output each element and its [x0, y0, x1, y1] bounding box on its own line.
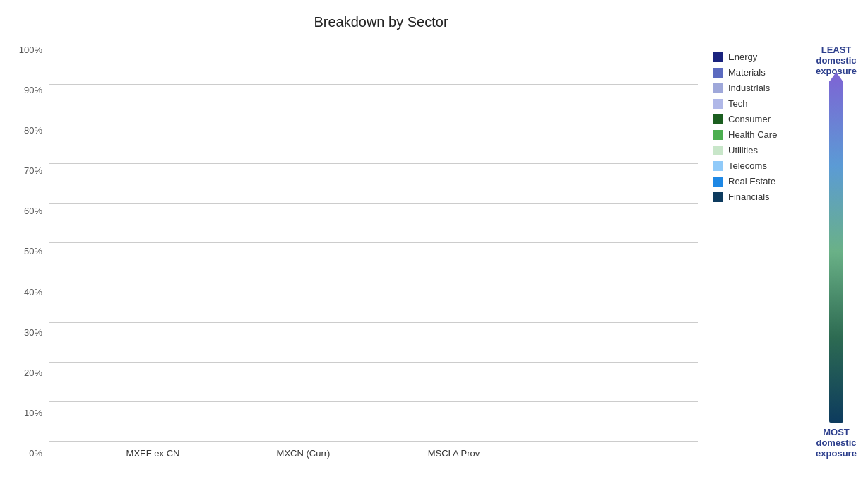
chart-title: Breakdown by Sector [49, 14, 713, 30]
y-axis: 100%90%80%70%60%50%40%30%20%10%0% [14, 45, 42, 459]
chart-area: MXEF ex CNMXCN (Curr)MSCI A Prov [49, 45, 698, 459]
grid-and-bars [49, 45, 698, 442]
legend-label: Telecoms [728, 160, 767, 171]
chart-container: Breakdown by Sector 100%90%80%70%60%50%4… [0, 0, 868, 501]
legend-label: Financials [728, 191, 770, 202]
y-axis-label: 40% [14, 287, 42, 297]
legend-item: Materials [713, 67, 777, 78]
legend-item: Real Estate [713, 176, 777, 187]
legend-item: Energy [713, 52, 777, 62]
x-label: MSCI A Prov [408, 448, 500, 459]
y-axis-label: 60% [14, 206, 42, 216]
x-label: MXEF ex CN [107, 448, 199, 459]
legend-item: Industrials [713, 83, 777, 93]
legend-label: Energy [728, 52, 757, 62]
legend-color-swatch [713, 177, 723, 187]
y-axis-label: 30% [14, 327, 42, 338]
legend-item: Tech [713, 98, 777, 109]
gradient-arrow-bar [829, 81, 843, 423]
y-axis-label: 20% [14, 367, 42, 378]
legend: EnergyMaterialsIndustrialsTechConsumerHe… [713, 45, 777, 202]
legend-item: Utilities [713, 145, 777, 155]
legend-label: Materials [728, 67, 766, 78]
y-axis-label: 0% [14, 448, 42, 459]
legend-item: Consumer [713, 114, 777, 124]
legend-color-swatch [713, 52, 723, 62]
legend-color-swatch [713, 161, 723, 171]
x-label: MXCN (Curr) [258, 448, 350, 459]
y-axis-label: 10% [14, 408, 42, 418]
legend-color-swatch [713, 130, 723, 140]
y-axis-label: 100% [14, 45, 42, 55]
y-axis-label: 90% [14, 85, 42, 95]
y-axis-label: 50% [14, 246, 42, 257]
legend-label: Utilities [728, 145, 758, 155]
legend-color-swatch [713, 83, 723, 93]
legend-label: Real Estate [728, 176, 775, 187]
y-axis-label: 70% [14, 165, 42, 176]
right-panel: EnergyMaterialsIndustrialsTechConsumerHe… [698, 45, 854, 459]
legend-item: Telecoms [713, 160, 777, 171]
legend-color-swatch [713, 68, 723, 78]
legend-label: Tech [728, 98, 747, 109]
legend-label: Health Care [728, 129, 777, 140]
legend-color-swatch [713, 192, 723, 202]
legend-label: Industrials [728, 83, 770, 93]
legend-color-swatch [713, 99, 723, 109]
legend-item: Financials [713, 191, 777, 202]
legend-label: Consumer [728, 114, 771, 124]
arrow-label-bottom: MOST domestic exposure [816, 427, 857, 459]
legend-item: Health Care [713, 129, 777, 140]
chart-body: 100%90%80%70%60%50%40%30%20%10%0% MXEF e… [49, 45, 854, 459]
arrow-section: LEAST domestic exposure MOST domestic ex… [826, 45, 847, 459]
legend-color-swatch [713, 146, 723, 155]
y-axis-label: 80% [14, 125, 42, 136]
bars-row [49, 45, 698, 442]
legend-color-swatch [713, 114, 723, 124]
